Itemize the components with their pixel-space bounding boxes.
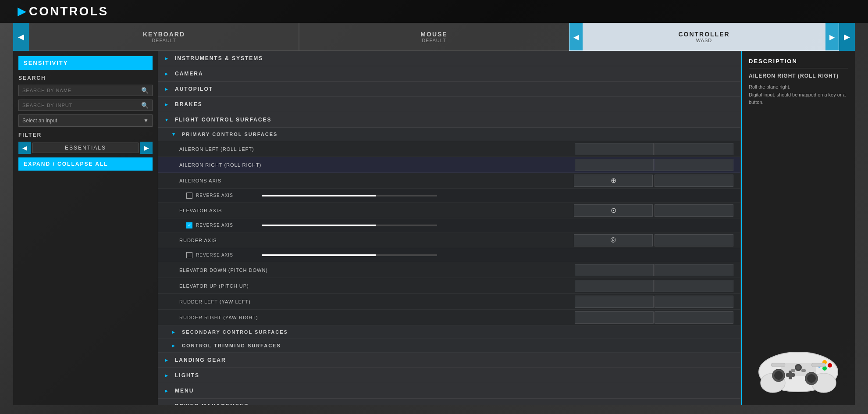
category-flight-control[interactable]: ▾ FLIGHT CONTROL SURFACES <box>158 112 740 128</box>
rudder-right-binding-1[interactable] <box>575 311 654 324</box>
center-panel: ▸ INSTRUMENTS & SYSTEMS ▸ CAMERA ▸ AUTOP… <box>158 51 741 405</box>
elevator-down-bindings <box>575 264 733 276</box>
tab-mouse[interactable]: MOUSE DEFAULT <box>299 23 569 51</box>
tab-keyboard-sub: DEFAULT <box>152 38 176 43</box>
control-ailerons-axis[interactable]: AILERONS AXIS ⊕ <box>158 173 740 189</box>
aileron-left-bindings <box>575 143 733 155</box>
svg-rect-16 <box>771 363 785 367</box>
tab-keyboard[interactable]: KEYBOARD DEFAULT <box>29 23 299 51</box>
camera-label: CAMERA <box>175 71 203 77</box>
control-rudder-axis[interactable]: RUDDER AXIS ® <box>158 232 740 248</box>
tab-mouse-sub: DEFAULT <box>422 38 446 43</box>
svg-point-5 <box>774 371 783 380</box>
power-management-label: POWER MANAGEMENT <box>175 403 249 405</box>
aileron-left-binding-2[interactable] <box>655 143 733 155</box>
page-title: CONTROLS <box>29 4 108 18</box>
flight-control-label: FLIGHT CONTROL SURFACES <box>175 117 271 123</box>
category-lights[interactable]: ▸ LIGHTS <box>158 368 740 383</box>
tab-bar: ◀ KEYBOARD DEFAULT MOUSE DEFAULT ◀ CONTR… <box>13 23 855 51</box>
search-label: SEARCH <box>18 75 153 81</box>
category-menu[interactable]: ▸ MENU <box>158 383 740 399</box>
left-panel: SENSITIVITY SEARCH 🔍 🔍 Select an input ▼… <box>13 51 158 405</box>
svg-point-15 <box>796 365 800 370</box>
controller-image <box>749 337 848 398</box>
rudder-axis-cell-1[interactable]: ® <box>574 234 653 246</box>
rudder-left-binding-2[interactable] <box>655 296 733 308</box>
brakes-chevron-icon: ▸ <box>165 101 171 107</box>
control-aileron-right[interactable]: AILERON RIGHT (ROLL RIGHT) <box>158 157 740 173</box>
search-by-name-input[interactable] <box>22 88 139 93</box>
tab-prev-button[interactable]: ◀ <box>13 23 29 51</box>
rudder-left-binding-1[interactable] <box>575 296 654 308</box>
autopilot-label: AUTOPILOT <box>175 86 213 92</box>
elevator-reverse-checkbox[interactable]: ✓ <box>186 222 192 228</box>
category-camera[interactable]: ▸ CAMERA <box>158 66 740 82</box>
tab-controller-prev[interactable]: ◀ <box>569 23 583 50</box>
description-title: DESCRIPTION <box>749 58 848 68</box>
category-instruments[interactable]: ▸ INSTRUMENTS & SYSTEMS <box>158 51 740 66</box>
tab-next-button[interactable]: ▶ <box>839 23 855 51</box>
filter-value: ESSENTIALS <box>32 143 139 153</box>
ailerons-reverse-slider[interactable] <box>262 195 437 196</box>
select-chevron-icon: ▼ <box>143 118 149 124</box>
ailerons-axis-cell-1[interactable]: ⊕ <box>574 175 653 187</box>
ailerons-axis-name: AILERONS AXIS <box>179 178 311 183</box>
control-rudder-right[interactable]: RUDDER RIGHT (YAW RIGHT) <box>158 310 740 325</box>
filter-prev-button[interactable]: ◀ <box>18 142 31 154</box>
tab-controller-next[interactable]: ▶ <box>825 23 839 50</box>
elevator-down-name: ELEVATOR DOWN (PITCH DOWN) <box>179 268 575 273</box>
rudder-axis-cell-2[interactable] <box>655 234 733 246</box>
control-elevator-up[interactable]: ELEVATOR UP (PITCH UP) <box>158 278 740 294</box>
aileron-right-binding-2[interactable] <box>655 159 733 171</box>
elevator-down-binding-2[interactable] <box>655 264 733 276</box>
aileron-right-binding-1[interactable] <box>575 159 654 171</box>
flight-control-chevron-icon: ▾ <box>165 117 171 123</box>
subcategory-trimming[interactable]: ▸ CONTROL TRIMMING SURFACES <box>158 339 740 353</box>
elevator-axis-cell-1[interactable]: ⊙ <box>574 204 653 217</box>
elevator-up-binding-1[interactable] <box>575 280 654 292</box>
sensitivity-button[interactable]: SENSITIVITY <box>18 56 153 70</box>
elevator-up-name: ELEVATOR UP (PITCH UP) <box>179 283 575 289</box>
category-autopilot[interactable]: ▸ AUTOPILOT <box>158 82 740 97</box>
elevator-down-binding-1[interactable] <box>575 264 654 276</box>
expand-collapse-button[interactable]: EXPAND / COLLAPSE ALL <box>18 157 153 171</box>
search-by-input-input[interactable] <box>22 103 139 108</box>
rudder-right-binding-2[interactable] <box>655 311 733 324</box>
category-power-management[interactable]: ▸ POWER MANAGEMENT <box>158 399 740 405</box>
elevator-axis-icon: ⊙ <box>611 206 616 214</box>
subcategory-primary[interactable]: ▾ PRIMARY CONTROL SURFACES <box>158 128 740 141</box>
description-text: Roll the plane right.Digital input, shou… <box>749 83 848 107</box>
menu-chevron-icon: ▸ <box>165 388 171 394</box>
aileron-left-binding-1[interactable] <box>575 143 654 155</box>
tab-controller-label: CONTROLLER <box>678 31 729 38</box>
elevator-reverse-slider[interactable] <box>262 225 437 226</box>
search-input-icon: 🔍 <box>141 102 149 109</box>
rudder-reverse-slider[interactable] <box>262 254 437 256</box>
select-input-dropdown[interactable]: Select an input ▼ <box>18 114 153 127</box>
ailerons-slider-fill <box>262 195 376 196</box>
primary-chevron-icon: ▾ <box>172 131 178 137</box>
instruments-chevron-icon: ▸ <box>165 55 171 61</box>
primary-label: PRIMARY CONTROL SURFACES <box>182 132 277 137</box>
control-elevator-axis[interactable]: ELEVATOR AXIS ⊙ <box>158 203 740 218</box>
elevator-up-binding-2[interactable] <box>655 280 733 292</box>
category-landing-gear[interactable]: ▸ LANDING GEAR <box>158 353 740 368</box>
subcategory-secondary[interactable]: ▸ SECONDARY CONTROL SURFACES <box>158 325 740 339</box>
elevator-axis-cell-2[interactable] <box>655 204 733 217</box>
ailerons-axis-cell-2[interactable] <box>655 175 733 187</box>
filter-next-button[interactable]: ▶ <box>140 142 153 154</box>
ailerons-reverse-checkbox[interactable] <box>186 193 192 199</box>
aileron-right-bindings <box>575 159 733 171</box>
secondary-label: SECONDARY CONTROL SURFACES <box>182 329 288 335</box>
elevator-up-bindings <box>575 280 733 292</box>
rudder-reverse-checkbox[interactable] <box>186 252 192 258</box>
rudder-left-name: RUDDER LEFT (YAW LEFT) <box>179 299 575 304</box>
aileron-left-name: AILERON LEFT (ROLL LEFT) <box>179 146 575 152</box>
control-elevator-down[interactable]: ELEVATOR DOWN (PITCH DOWN) <box>158 262 740 278</box>
control-rudder-left[interactable]: RUDDER LEFT (YAW LEFT) <box>158 294 740 310</box>
ailerons-axis-icon: ⊕ <box>611 176 616 185</box>
tab-controller[interactable]: ◀ CONTROLLER WASD ▶ <box>569 23 839 51</box>
control-aileron-left[interactable]: AILERON LEFT (ROLL LEFT) <box>158 141 740 157</box>
power-mgmt-chevron-icon: ▸ <box>165 403 171 405</box>
category-brakes[interactable]: ▸ BRAKES <box>158 97 740 112</box>
